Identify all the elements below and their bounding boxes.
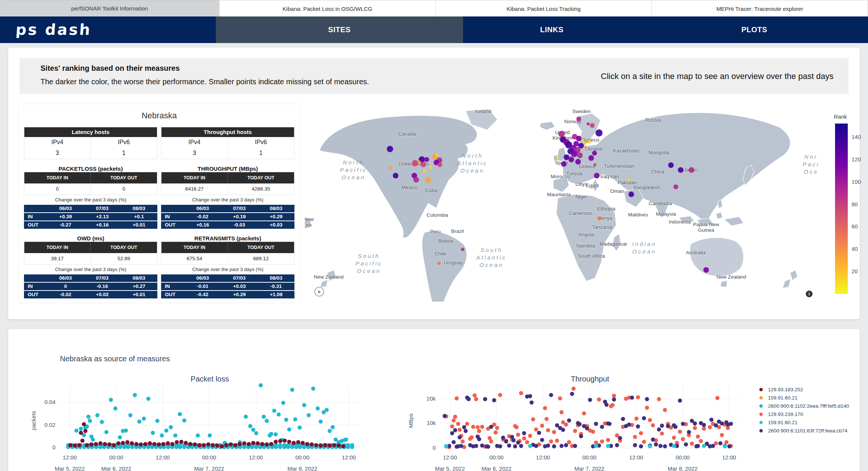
site-dot[interactable]	[587, 122, 590, 125]
data-point	[283, 438, 287, 443]
site-dot[interactable]	[581, 139, 584, 142]
data-point	[109, 398, 113, 402]
data-point	[117, 441, 121, 446]
tab-mephi-tracer[interactable]: MEPHi Tracer: Traceroute explorer	[652, 0, 868, 16]
site-dot[interactable]	[627, 178, 630, 181]
legend-item[interactable]: 129.93.239.170	[759, 410, 849, 418]
data-point	[674, 425, 678, 429]
site-dot[interactable]	[424, 157, 429, 162]
site-dot[interactable]	[561, 161, 567, 167]
data-point	[81, 438, 85, 443]
nav-item-links[interactable]: LINKS	[463, 16, 641, 43]
site-dot[interactable]	[461, 247, 464, 251]
data-point	[726, 426, 730, 430]
site-dot[interactable]	[568, 157, 574, 162]
site-dot[interactable]	[577, 152, 583, 158]
tab-label: Kibana: Packet Loss in OSG/WLCG	[282, 6, 372, 12]
data-point	[331, 425, 335, 429]
data-point	[549, 393, 553, 397]
data-point	[618, 436, 622, 440]
site-dot[interactable]	[389, 166, 392, 169]
tab-label: MEPHi Tracer: Traceroute explorer	[716, 6, 803, 12]
site-dot[interactable]	[678, 167, 684, 173]
tab-kibana-packet-loss-osg[interactable]: Kibana: Packet Loss in OSG/WLCG	[220, 0, 436, 16]
map-info-icon[interactable]: i	[806, 291, 813, 297]
data-point	[608, 422, 612, 426]
data-point	[90, 443, 94, 447]
site-dot[interactable]	[589, 155, 594, 161]
site-dot[interactable]	[668, 162, 674, 168]
data-point	[450, 424, 454, 428]
legend-item[interactable]: 2600:900:6:1102:2eea:7fff:fef5:d140	[759, 402, 849, 410]
data-point	[244, 415, 248, 419]
data-point	[458, 428, 462, 432]
site-dot[interactable]	[423, 169, 426, 172]
data-point	[310, 443, 314, 447]
data-point	[504, 439, 508, 443]
colorbar-tick: 140	[852, 134, 861, 140]
data-point	[293, 417, 297, 421]
legend-item[interactable]: 159.91.60.21	[759, 418, 849, 426]
site-dot[interactable]	[594, 173, 600, 178]
site-dot[interactable]	[393, 173, 399, 179]
data-point	[642, 440, 646, 444]
site-dot[interactable]	[584, 146, 587, 149]
data-point	[292, 441, 296, 445]
site-dot[interactable]	[421, 162, 426, 167]
site-dot[interactable]	[629, 191, 634, 197]
legend-swatch	[759, 421, 763, 424]
legend-item[interactable]: 2600:900:6:1101:63f:72ff:feea:cb74	[759, 426, 849, 435]
site-dot[interactable]	[588, 140, 591, 143]
tab-perfsonar-toolkit[interactable]: perfSONAR Toolkit Information	[0, 0, 220, 16]
site-dot[interactable]	[412, 160, 418, 166]
site-dot[interactable]	[593, 163, 596, 166]
data-point	[139, 443, 143, 447]
site-dot[interactable]	[425, 177, 431, 183]
site-dot[interactable]	[577, 116, 581, 121]
data-point	[606, 438, 610, 442]
site-dot[interactable]	[438, 162, 442, 167]
site-dot[interactable]	[557, 158, 560, 161]
data-point	[702, 423, 706, 427]
data-point	[193, 443, 197, 447]
nav-item-sites[interactable]: SITES	[216, 16, 463, 43]
data-point	[164, 428, 169, 432]
data-point	[178, 412, 182, 416]
site-dot[interactable]	[598, 216, 602, 220]
data-point	[702, 427, 706, 431]
data-point	[480, 425, 484, 429]
legend-item[interactable]: 129.93.183.252	[759, 385, 849, 393]
site-dot[interactable]	[595, 130, 602, 137]
world-map[interactable]: ➤ i CanadaUnited StatesMexicoCubaIceland…	[305, 105, 819, 302]
data-point	[459, 444, 463, 448]
site-dot[interactable]	[387, 146, 393, 152]
site-dot[interactable]	[576, 136, 582, 141]
source-measures-card: Nebraska as source of measures 129.93.18…	[8, 329, 860, 471]
site-dot[interactable]	[571, 151, 577, 157]
nav-item-plots[interactable]: PLOTS	[641, 16, 868, 43]
site-dot[interactable]	[590, 123, 595, 128]
data-point	[262, 415, 266, 419]
packet-loss-chart[interactable]	[60, 385, 360, 450]
data-point	[238, 442, 242, 446]
data-point	[269, 442, 273, 446]
site-dot[interactable]	[592, 151, 597, 156]
tab-kibana-packet-loss-tracking[interactable]: Kibana: Packet Loss Tracking	[436, 0, 652, 16]
site-dot[interactable]	[673, 184, 678, 189]
data-point	[260, 442, 264, 446]
data-point	[567, 418, 571, 422]
nav-label: SITES	[328, 25, 351, 34]
data-point	[519, 444, 523, 448]
legend-item[interactable]: 159.91.60.21	[759, 393, 849, 402]
site-dot[interactable]	[414, 177, 419, 182]
site-dot[interactable]	[429, 166, 432, 169]
data-point	[498, 393, 502, 397]
site-dot[interactable]	[575, 159, 581, 164]
map-attribution-icon[interactable]: ➤	[314, 287, 324, 297]
site-dot[interactable]	[435, 153, 439, 157]
site-dot[interactable]	[689, 167, 695, 173]
site-dot[interactable]	[703, 267, 709, 273]
site-dot[interactable]	[418, 161, 421, 164]
site-dot[interactable]	[437, 261, 441, 265]
throughput-chart[interactable]	[440, 385, 740, 450]
